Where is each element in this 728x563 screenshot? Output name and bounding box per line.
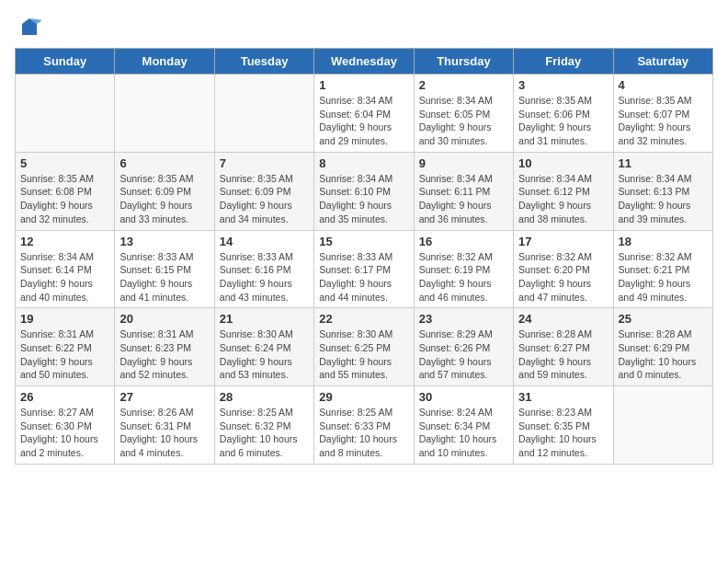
calendar-cell <box>115 75 214 153</box>
calendar-cell: 23Sunrise: 8:29 AM Sunset: 6:26 PM Dayli… <box>414 308 513 386</box>
cell-content: Sunrise: 8:35 AM Sunset: 6:06 PM Dayligh… <box>518 94 608 148</box>
header-row: SundayMondayTuesdayWednesdayThursdayFrid… <box>16 49 713 75</box>
cell-content: Sunrise: 8:35 AM Sunset: 6:08 PM Dayligh… <box>20 172 109 226</box>
calendar-cell: 7Sunrise: 8:35 AM Sunset: 6:09 PM Daylig… <box>214 152 313 230</box>
calendar-cell: 16Sunrise: 8:32 AM Sunset: 6:19 PM Dayli… <box>414 230 513 308</box>
cell-content: Sunrise: 8:34 AM Sunset: 6:12 PM Dayligh… <box>518 172 608 226</box>
day-number: 14 <box>220 235 309 248</box>
day-number: 8 <box>319 156 408 170</box>
day-number: 5 <box>20 156 109 170</box>
calendar-cell: 15Sunrise: 8:33 AM Sunset: 6:17 PM Dayli… <box>314 230 414 308</box>
cell-content: Sunrise: 8:32 AM Sunset: 6:21 PM Dayligh… <box>619 250 708 304</box>
cell-content: Sunrise: 8:34 AM Sunset: 6:10 PM Dayligh… <box>319 172 408 226</box>
day-number: 24 <box>518 312 608 326</box>
calendar-week-1: 1Sunrise: 8:34 AM Sunset: 6:04 PM Daylig… <box>16 75 713 153</box>
calendar-cell: 13Sunrise: 8:33 AM Sunset: 6:15 PM Dayli… <box>115 230 214 308</box>
calendar-cell: 21Sunrise: 8:30 AM Sunset: 6:24 PM Dayli… <box>214 308 313 386</box>
calendar-cell: 10Sunrise: 8:34 AM Sunset: 6:12 PM Dayli… <box>514 152 613 230</box>
calendar-cell: 1Sunrise: 8:34 AM Sunset: 6:04 PM Daylig… <box>314 75 414 153</box>
cell-content: Sunrise: 8:25 AM Sunset: 6:33 PM Dayligh… <box>319 406 408 460</box>
calendar-cell: 6Sunrise: 8:35 AM Sunset: 6:09 PM Daylig… <box>115 152 214 230</box>
calendar-cell: 18Sunrise: 8:32 AM Sunset: 6:21 PM Dayli… <box>613 230 712 308</box>
calendar-week-5: 26Sunrise: 8:27 AM Sunset: 6:30 PM Dayli… <box>16 386 713 465</box>
day-number: 2 <box>419 78 508 92</box>
header-day-thursday: Thursday <box>414 49 513 75</box>
calendar-cell: 22Sunrise: 8:30 AM Sunset: 6:25 PM Dayli… <box>314 308 414 386</box>
calendar-cell: 30Sunrise: 8:24 AM Sunset: 6:34 PM Dayli… <box>414 386 513 465</box>
day-number: 25 <box>619 312 708 326</box>
day-number: 23 <box>419 312 508 326</box>
cell-content: Sunrise: 8:23 AM Sunset: 6:35 PM Dayligh… <box>518 406 608 460</box>
calendar-table: SundayMondayTuesdayWednesdayThursdayFrid… <box>15 48 713 465</box>
cell-content: Sunrise: 8:27 AM Sunset: 6:30 PM Dayligh… <box>20 406 109 460</box>
cell-content: Sunrise: 8:34 AM Sunset: 6:13 PM Dayligh… <box>619 172 708 226</box>
header-day-saturday: Saturday <box>613 49 712 75</box>
calendar-cell: 26Sunrise: 8:27 AM Sunset: 6:30 PM Dayli… <box>16 386 115 465</box>
day-number: 7 <box>220 156 309 170</box>
calendar-cell: 24Sunrise: 8:28 AM Sunset: 6:27 PM Dayli… <box>514 308 613 386</box>
cell-content: Sunrise: 8:30 AM Sunset: 6:24 PM Dayligh… <box>220 327 309 382</box>
day-number: 16 <box>419 235 508 248</box>
logo <box>15 15 42 40</box>
day-number: 21 <box>220 312 309 326</box>
calendar-cell: 11Sunrise: 8:34 AM Sunset: 6:13 PM Dayli… <box>613 152 712 230</box>
page-header <box>15 15 713 40</box>
cell-content: Sunrise: 8:34 AM Sunset: 6:05 PM Dayligh… <box>419 94 508 148</box>
header-day-sunday: Sunday <box>16 49 115 75</box>
cell-content: Sunrise: 8:32 AM Sunset: 6:20 PM Dayligh… <box>518 250 608 304</box>
cell-content: Sunrise: 8:35 AM Sunset: 6:09 PM Dayligh… <box>220 172 309 226</box>
cell-content: Sunrise: 8:24 AM Sunset: 6:34 PM Dayligh… <box>419 406 508 460</box>
header-day-tuesday: Tuesday <box>214 49 313 75</box>
day-number: 9 <box>419 156 508 170</box>
day-number: 20 <box>119 312 209 326</box>
day-number: 28 <box>220 390 309 404</box>
cell-content: Sunrise: 8:31 AM Sunset: 6:22 PM Dayligh… <box>20 327 109 382</box>
cell-content: Sunrise: 8:25 AM Sunset: 6:32 PM Dayligh… <box>220 406 309 460</box>
day-number: 11 <box>619 156 708 170</box>
day-number: 31 <box>518 390 608 404</box>
calendar-cell: 17Sunrise: 8:32 AM Sunset: 6:20 PM Dayli… <box>514 230 613 308</box>
calendar-cell: 2Sunrise: 8:34 AM Sunset: 6:05 PM Daylig… <box>414 75 513 153</box>
header-day-friday: Friday <box>514 49 613 75</box>
cell-content: Sunrise: 8:31 AM Sunset: 6:23 PM Dayligh… <box>119 327 209 382</box>
calendar-cell: 29Sunrise: 8:25 AM Sunset: 6:33 PM Dayli… <box>314 386 414 465</box>
cell-content: Sunrise: 8:26 AM Sunset: 6:31 PM Dayligh… <box>119 406 209 460</box>
calendar-cell: 25Sunrise: 8:28 AM Sunset: 6:29 PM Dayli… <box>613 308 712 386</box>
day-number: 22 <box>319 312 408 326</box>
calendar-cell <box>16 75 115 153</box>
cell-content: Sunrise: 8:35 AM Sunset: 6:07 PM Dayligh… <box>619 94 708 148</box>
calendar-cell: 27Sunrise: 8:26 AM Sunset: 6:31 PM Dayli… <box>115 386 214 465</box>
day-number: 13 <box>119 235 209 248</box>
day-number: 19 <box>20 312 109 326</box>
calendar-cell: 4Sunrise: 8:35 AM Sunset: 6:07 PM Daylig… <box>613 75 712 153</box>
cell-content: Sunrise: 8:29 AM Sunset: 6:26 PM Dayligh… <box>419 327 508 382</box>
calendar-cell: 9Sunrise: 8:34 AM Sunset: 6:11 PM Daylig… <box>414 152 513 230</box>
day-number: 6 <box>119 156 209 170</box>
cell-content: Sunrise: 8:34 AM Sunset: 6:14 PM Dayligh… <box>20 250 109 304</box>
calendar-cell: 3Sunrise: 8:35 AM Sunset: 6:06 PM Daylig… <box>514 75 613 153</box>
calendar-header: SundayMondayTuesdayWednesdayThursdayFrid… <box>16 49 713 75</box>
cell-content: Sunrise: 8:33 AM Sunset: 6:15 PM Dayligh… <box>119 250 209 304</box>
calendar-cell <box>613 386 712 465</box>
cell-content: Sunrise: 8:33 AM Sunset: 6:16 PM Dayligh… <box>220 250 309 304</box>
cell-content: Sunrise: 8:34 AM Sunset: 6:04 PM Dayligh… <box>319 94 408 148</box>
calendar-cell: 31Sunrise: 8:23 AM Sunset: 6:35 PM Dayli… <box>514 386 613 465</box>
calendar-cell: 5Sunrise: 8:35 AM Sunset: 6:08 PM Daylig… <box>16 152 115 230</box>
calendar-cell <box>214 75 313 153</box>
cell-content: Sunrise: 8:33 AM Sunset: 6:17 PM Dayligh… <box>319 250 408 304</box>
calendar-cell: 28Sunrise: 8:25 AM Sunset: 6:32 PM Dayli… <box>214 386 313 465</box>
cell-content: Sunrise: 8:28 AM Sunset: 6:27 PM Dayligh… <box>518 327 608 382</box>
cell-content: Sunrise: 8:30 AM Sunset: 6:25 PM Dayligh… <box>319 327 408 382</box>
header-day-monday: Monday <box>115 49 214 75</box>
day-number: 10 <box>518 156 608 170</box>
calendar-body: 1Sunrise: 8:34 AM Sunset: 6:04 PM Daylig… <box>16 75 713 465</box>
day-number: 18 <box>619 235 708 248</box>
day-number: 17 <box>518 235 608 248</box>
cell-content: Sunrise: 8:34 AM Sunset: 6:11 PM Dayligh… <box>419 172 508 226</box>
calendar-cell: 14Sunrise: 8:33 AM Sunset: 6:16 PM Dayli… <box>214 230 313 308</box>
day-number: 26 <box>20 390 109 404</box>
day-number: 30 <box>419 390 508 404</box>
day-number: 3 <box>518 78 608 92</box>
day-number: 15 <box>319 235 408 248</box>
day-number: 27 <box>119 390 209 404</box>
